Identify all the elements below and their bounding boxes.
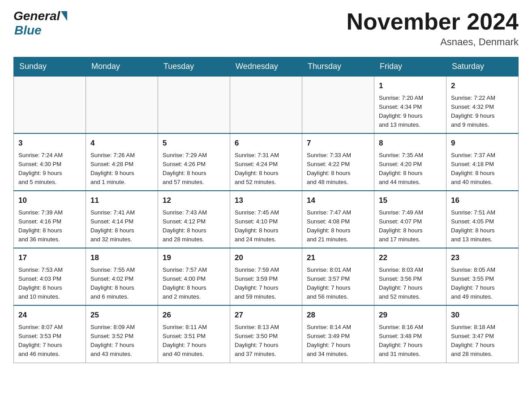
page-header: General Blue November 2024 Asnaes, Denma… xyxy=(13,9,519,48)
logo-triangle-icon xyxy=(61,11,67,21)
logo-general-text: General xyxy=(13,9,60,23)
calendar-cell xyxy=(14,76,86,133)
day-info: Sunrise: 7:29 AMSunset: 4:26 PMDaylight:… xyxy=(163,151,225,187)
day-info: Sunrise: 8:03 AMSunset: 3:56 PMDaylight:… xyxy=(379,265,442,302)
calendar-cell: 11Sunrise: 7:41 AMSunset: 4:14 PMDayligh… xyxy=(86,191,158,248)
calendar-cell: 1Sunrise: 7:20 AMSunset: 4:34 PMDaylight… xyxy=(374,76,446,133)
weekday-header-friday: Friday xyxy=(374,57,446,77)
calendar-table: SundayMondayTuesdayWednesdayThursdayFrid… xyxy=(13,57,519,363)
calendar-cell: 25Sunrise: 8:09 AMSunset: 3:52 PMDayligh… xyxy=(86,305,158,363)
day-info: Sunrise: 8:05 AMSunset: 3:55 PMDaylight:… xyxy=(451,265,514,302)
calendar-cell: 20Sunrise: 7:59 AMSunset: 3:59 PMDayligh… xyxy=(230,248,302,305)
calendar-cell: 18Sunrise: 7:55 AMSunset: 4:02 PMDayligh… xyxy=(86,248,158,305)
day-number: 1 xyxy=(379,80,442,92)
calendar-cell: 6Sunrise: 7:31 AMSunset: 4:24 PMDaylight… xyxy=(230,133,302,191)
calendar-cell: 13Sunrise: 7:45 AMSunset: 4:10 PMDayligh… xyxy=(230,191,302,248)
day-info: Sunrise: 8:13 AMSunset: 3:50 PMDaylight:… xyxy=(235,323,297,359)
weekday-header-wednesday: Wednesday xyxy=(230,57,302,77)
day-number: 12 xyxy=(163,195,225,206)
weekday-header-sunday: Sunday xyxy=(14,57,86,77)
calendar-cell: 26Sunrise: 8:11 AMSunset: 3:51 PMDayligh… xyxy=(158,305,230,363)
day-number: 8 xyxy=(379,137,442,149)
calendar-cell: 19Sunrise: 7:57 AMSunset: 4:00 PMDayligh… xyxy=(158,248,230,305)
day-number: 24 xyxy=(18,309,81,321)
day-info: Sunrise: 7:41 AMSunset: 4:14 PMDaylight:… xyxy=(90,208,153,244)
day-number: 6 xyxy=(235,137,297,149)
day-info: Sunrise: 7:33 AMSunset: 4:22 PMDaylight:… xyxy=(307,151,369,187)
day-info: Sunrise: 7:57 AMSunset: 4:00 PMDaylight:… xyxy=(163,265,225,302)
day-number: 13 xyxy=(235,195,297,206)
calendar-cell: 7Sunrise: 7:33 AMSunset: 4:22 PMDaylight… xyxy=(302,133,374,191)
day-info: Sunrise: 8:01 AMSunset: 3:57 PMDaylight:… xyxy=(307,265,369,302)
day-number: 19 xyxy=(163,252,225,264)
calendar-cell xyxy=(158,76,230,133)
day-number: 25 xyxy=(90,309,153,321)
weekday-header-monday: Monday xyxy=(86,57,158,77)
calendar-cell: 2Sunrise: 7:22 AMSunset: 4:32 PMDaylight… xyxy=(446,76,519,133)
day-number: 17 xyxy=(18,252,81,264)
calendar-cell: 15Sunrise: 7:49 AMSunset: 4:07 PMDayligh… xyxy=(374,191,446,248)
day-info: Sunrise: 8:07 AMSunset: 3:53 PMDaylight:… xyxy=(18,323,81,359)
day-info: Sunrise: 7:24 AMSunset: 4:30 PMDaylight:… xyxy=(18,151,81,187)
day-info: Sunrise: 7:45 AMSunset: 4:10 PMDaylight:… xyxy=(235,208,297,244)
day-number: 4 xyxy=(90,137,153,149)
day-info: Sunrise: 7:47 AMSunset: 4:08 PMDaylight:… xyxy=(307,208,369,244)
logo-blue-text: Blue xyxy=(14,23,42,38)
calendar-cell: 30Sunrise: 8:18 AMSunset: 3:47 PMDayligh… xyxy=(446,305,519,363)
day-info: Sunrise: 7:43 AMSunset: 4:12 PMDaylight:… xyxy=(163,208,225,244)
calendar-cell: 16Sunrise: 7:51 AMSunset: 4:05 PMDayligh… xyxy=(446,191,519,248)
day-number: 26 xyxy=(163,309,225,321)
day-number: 16 xyxy=(451,195,514,206)
day-info: Sunrise: 7:59 AMSunset: 3:59 PMDaylight:… xyxy=(235,265,297,302)
location-subtitle: Asnaes, Denmark xyxy=(347,36,519,48)
day-info: Sunrise: 7:55 AMSunset: 4:02 PMDaylight:… xyxy=(90,265,153,302)
week-row-5: 24Sunrise: 8:07 AMSunset: 3:53 PMDayligh… xyxy=(14,305,519,363)
calendar-cell: 3Sunrise: 7:24 AMSunset: 4:30 PMDaylight… xyxy=(14,133,86,191)
day-info: Sunrise: 7:51 AMSunset: 4:05 PMDaylight:… xyxy=(451,208,514,244)
calendar-cell: 27Sunrise: 8:13 AMSunset: 3:50 PMDayligh… xyxy=(230,305,302,363)
day-info: Sunrise: 7:53 AMSunset: 4:03 PMDaylight:… xyxy=(18,265,81,302)
day-number: 15 xyxy=(379,195,442,206)
day-number: 22 xyxy=(379,252,442,264)
logo: General Blue xyxy=(13,9,67,38)
month-year-title: November 2024 xyxy=(347,9,519,34)
day-number: 2 xyxy=(451,80,514,92)
day-number: 23 xyxy=(451,252,514,264)
week-row-1: 1Sunrise: 7:20 AMSunset: 4:34 PMDaylight… xyxy=(14,76,519,133)
day-info: Sunrise: 8:18 AMSunset: 3:47 PMDaylight:… xyxy=(451,323,514,359)
day-number: 7 xyxy=(307,137,369,149)
day-number: 5 xyxy=(163,137,225,149)
calendar-cell xyxy=(86,76,158,133)
calendar-cell: 4Sunrise: 7:26 AMSunset: 4:28 PMDaylight… xyxy=(86,133,158,191)
day-number: 18 xyxy=(90,252,153,264)
day-info: Sunrise: 7:31 AMSunset: 4:24 PMDaylight:… xyxy=(235,151,297,187)
day-number: 28 xyxy=(307,309,369,321)
calendar-cell xyxy=(230,76,302,133)
calendar-cell: 5Sunrise: 7:29 AMSunset: 4:26 PMDaylight… xyxy=(158,133,230,191)
calendar-cell: 21Sunrise: 8:01 AMSunset: 3:57 PMDayligh… xyxy=(302,248,374,305)
day-number: 29 xyxy=(379,309,442,321)
day-info: Sunrise: 8:09 AMSunset: 3:52 PMDaylight:… xyxy=(90,323,153,359)
week-row-2: 3Sunrise: 7:24 AMSunset: 4:30 PMDaylight… xyxy=(14,133,519,191)
week-row-4: 17Sunrise: 7:53 AMSunset: 4:03 PMDayligh… xyxy=(14,248,519,305)
weekday-header-row: SundayMondayTuesdayWednesdayThursdayFrid… xyxy=(14,57,519,77)
calendar-cell: 28Sunrise: 8:14 AMSunset: 3:49 PMDayligh… xyxy=(302,305,374,363)
calendar-cell xyxy=(302,76,374,133)
week-row-3: 10Sunrise: 7:39 AMSunset: 4:16 PMDayligh… xyxy=(14,191,519,248)
day-number: 27 xyxy=(235,309,297,321)
calendar-cell: 10Sunrise: 7:39 AMSunset: 4:16 PMDayligh… xyxy=(14,191,86,248)
day-info: Sunrise: 7:49 AMSunset: 4:07 PMDaylight:… xyxy=(379,208,442,244)
day-info: Sunrise: 7:39 AMSunset: 4:16 PMDaylight:… xyxy=(18,208,81,244)
day-info: Sunrise: 7:22 AMSunset: 4:32 PMDaylight:… xyxy=(451,94,514,130)
day-number: 30 xyxy=(451,309,514,321)
day-number: 9 xyxy=(451,137,514,149)
calendar-cell: 29Sunrise: 8:16 AMSunset: 3:48 PMDayligh… xyxy=(374,305,446,363)
title-section: November 2024 Asnaes, Denmark xyxy=(347,9,519,48)
day-info: Sunrise: 7:35 AMSunset: 4:20 PMDaylight:… xyxy=(379,151,442,187)
day-number: 10 xyxy=(18,195,81,206)
day-info: Sunrise: 8:14 AMSunset: 3:49 PMDaylight:… xyxy=(307,323,369,359)
calendar-cell: 8Sunrise: 7:35 AMSunset: 4:20 PMDaylight… xyxy=(374,133,446,191)
calendar-cell: 9Sunrise: 7:37 AMSunset: 4:18 PMDaylight… xyxy=(446,133,519,191)
calendar-cell: 24Sunrise: 8:07 AMSunset: 3:53 PMDayligh… xyxy=(14,305,86,363)
day-number: 21 xyxy=(307,252,369,264)
